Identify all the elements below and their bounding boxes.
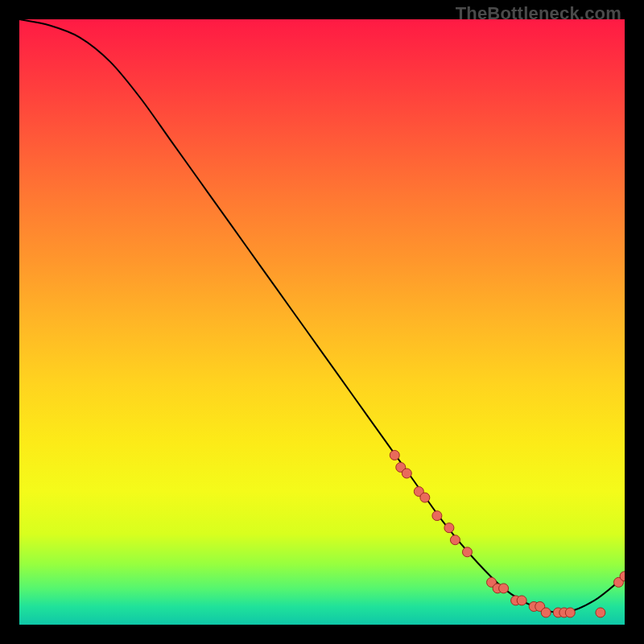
chart-svg <box>19 19 625 625</box>
data-marker <box>565 608 575 617</box>
data-marker <box>596 608 605 617</box>
chart-frame: TheBottleneck.com <box>0 0 644 644</box>
plot-area <box>19 19 625 625</box>
data-marker <box>444 523 454 533</box>
data-marker <box>432 511 442 521</box>
data-marker <box>390 450 399 460</box>
curve-line <box>19 19 625 613</box>
data-marker <box>541 608 551 617</box>
data-marker <box>462 547 472 557</box>
marker-group <box>390 450 625 617</box>
watermark-text: TheBottleneck.com <box>456 3 621 24</box>
data-marker <box>450 535 460 545</box>
data-marker <box>402 469 411 478</box>
data-marker <box>517 596 526 605</box>
data-marker <box>420 493 430 502</box>
data-marker <box>499 584 509 593</box>
